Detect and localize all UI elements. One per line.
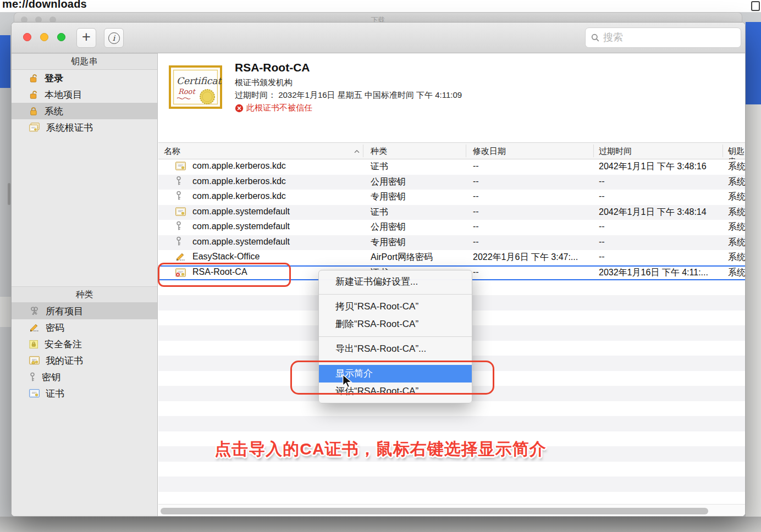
column-header-kind[interactable]: 种类	[371, 146, 387, 157]
row-name: EasyStack-Office	[192, 252, 260, 262]
trust-warning-text: 此根证书不被信任	[246, 103, 312, 113]
category-passwords[interactable]: 密码	[12, 319, 157, 336]
row-expires: --	[599, 191, 726, 201]
row-kind: 公用密钥	[371, 221, 406, 233]
trust-warning: 此根证书不被信任	[235, 103, 312, 113]
background-scroll-handle	[8, 183, 10, 205]
category-secure-notes[interactable]: 安全备注	[12, 336, 157, 352]
certificate-icon-text: Certificate	[177, 75, 222, 86]
key-icon	[29, 372, 36, 383]
root-certificate-large-icon: Certificate Root	[169, 65, 222, 109]
plus-icon: +	[82, 29, 91, 46]
column-header-modified[interactable]: 修改日期	[473, 146, 506, 157]
certificate-icon	[29, 389, 40, 398]
row-name: com.apple.kerberos.kdc	[192, 176, 286, 186]
sidebar-item-login[interactable]: 登录	[12, 70, 157, 86]
row-keychain: 系统	[728, 252, 746, 263]
sidebar-item-label: 系统根证书	[46, 121, 93, 134]
category-label: 我的证书	[46, 354, 83, 367]
key-icon	[175, 221, 182, 231]
background-blue-left	[0, 35, 10, 88]
horizontal-scrollbar[interactable]	[158, 504, 746, 517]
sidebar-item-label: 系统	[45, 105, 63, 118]
secure-note-icon	[29, 340, 38, 349]
item-list: com.apple.kerberos.kdc 证书 -- 2042年1月1日 下…	[158, 159, 746, 280]
certificate-kind: 根证书颁发机构	[235, 77, 293, 88]
category-all-items[interactable]: 所有项目	[12, 303, 157, 319]
row-keychain: 系统	[728, 161, 746, 173]
certificate-icon	[175, 207, 186, 216]
row-name: com.apple.kerberos.kdc	[192, 161, 286, 171]
crossed-keys-icon	[29, 306, 40, 317]
keychains-header: 钥匙串	[12, 53, 157, 70]
row-modified: --	[473, 176, 479, 186]
row-modified: --	[473, 161, 479, 171]
row-name: com.apple.systemdefault	[192, 237, 290, 247]
row-modified: --	[473, 237, 479, 247]
category-label: 所有项目	[46, 305, 83, 318]
row-expires: 2032年1月16日 下午 4:11:...	[599, 267, 726, 279]
search-field[interactable]	[585, 27, 741, 48]
row-expires: --	[599, 176, 726, 186]
menu-separator	[319, 294, 472, 295]
row-expires: --	[599, 221, 726, 231]
table-row[interactable]: com.apple.systemdefault 证书 -- 2042年1月1日 …	[158, 205, 746, 220]
certificates-stack-icon	[29, 123, 40, 132]
untrusted-badge-icon	[235, 104, 244, 113]
row-kind: 证书	[371, 207, 388, 218]
background-band	[0, 297, 11, 327]
row-name: com.apple.systemdefault	[192, 221, 290, 231]
browser-address-text: me://downloads	[2, 0, 87, 10]
category-my-certificates[interactable]: 我的证书	[12, 352, 157, 369]
row-keychain: 系统	[728, 237, 746, 248]
browser-corner-icon	[751, 1, 760, 11]
table-row[interactable]: com.apple.kerberos.kdc 专用密钥 -- -- 系统	[158, 190, 746, 205]
sidebar-item-system-roots[interactable]: 系统根证书	[12, 119, 157, 136]
column-header-expires[interactable]: 过期时间	[599, 146, 632, 157]
add-item-button[interactable]: +	[76, 28, 96, 48]
column-header-name[interactable]: 名称	[164, 146, 180, 157]
menu-item-copy[interactable]: 拷贝“RSA-Root-CA”	[319, 298, 472, 315]
background-blue-right	[746, 22, 761, 104]
sort-ascending-icon	[354, 149, 360, 153]
table-row[interactable]: com.apple.kerberos.kdc 公用密钥 -- -- 系统	[158, 175, 746, 190]
sidebar-item-system[interactable]: 系统	[12, 103, 157, 119]
sidebar: 钥匙串 登录 本地项目 系统 系统根证书 种类 所有项目 密码	[12, 53, 158, 517]
scrollbar-thumb[interactable]	[161, 508, 708, 514]
annotation-row-highlight	[158, 263, 291, 287]
row-name: com.apple.systemdefault	[192, 207, 290, 217]
keychain-access-window: + i 钥匙串 登录 本地项目 系统 系统根证书 种类	[11, 22, 746, 517]
categories-section: 种类 所有项目 密码 安全备注 我的证书 密钥	[12, 286, 157, 402]
table-row[interactable]: com.apple.systemdefault 专用密钥 -- -- 系统	[158, 235, 746, 251]
menu-item-export[interactable]: 导出“RSA-Root-CA”...	[319, 340, 472, 358]
category-keys[interactable]: 密钥	[12, 369, 157, 385]
unlocked-padlock-icon	[29, 90, 38, 99]
row-kind: AirPort网络密码	[371, 252, 433, 263]
row-expires: 2042年1月1日 下午 3:48:14	[599, 207, 726, 218]
unlocked-padlock-icon	[29, 73, 38, 83]
table-row[interactable]: com.apple.kerberos.kdc 证书 -- 2042年1月1日 下…	[158, 159, 746, 175]
menu-item-new-cert-preference[interactable]: 新建证书偏好设置...	[319, 273, 472, 291]
zoom-button[interactable]	[57, 33, 65, 41]
certificate-icon	[175, 162, 186, 170]
background-bottom	[0, 517, 761, 532]
search-icon	[591, 34, 599, 42]
sidebar-item-label: 本地项目	[45, 88, 82, 101]
sidebar-item-local[interactable]: 本地项目	[12, 86, 157, 103]
menu-item-delete[interactable]: 删除“RSA-Root-CA”	[319, 315, 472, 333]
search-input[interactable]	[603, 32, 735, 43]
category-certificates[interactable]: 证书	[12, 385, 157, 402]
table-row[interactable]: com.apple.systemdefault 公用密钥 -- -- 系统	[158, 220, 746, 235]
row-keychain: 系统	[728, 221, 746, 233]
row-modified: --	[473, 267, 479, 277]
tutorial-callout-text: 点击导入的CA证书，鼠标右键选择显示简介	[199, 438, 562, 461]
row-kind: 专用密钥	[371, 237, 406, 248]
categories-header: 种类	[12, 286, 157, 303]
minimize-button[interactable]	[40, 33, 48, 41]
password-pencil-icon	[175, 252, 186, 261]
mouse-cursor-icon	[341, 374, 354, 389]
table-header: 名称 种类 修改日期 过期时间 钥匙串	[158, 142, 746, 159]
close-button[interactable]	[23, 33, 31, 41]
get-info-button[interactable]: i	[104, 28, 124, 48]
row-modified: 2022年1月6日 下午 3:47:...	[473, 252, 578, 263]
